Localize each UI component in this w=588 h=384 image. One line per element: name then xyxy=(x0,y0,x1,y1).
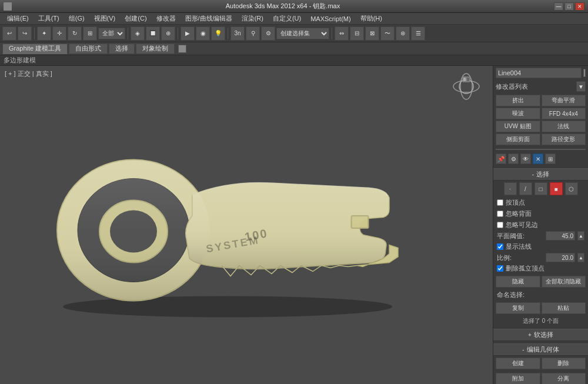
delete-isolated-checkbox[interactable] xyxy=(497,265,503,272)
show-icon-button[interactable]: 👁 xyxy=(520,153,531,164)
perspective-button[interactable]: 🔲 xyxy=(146,26,160,41)
pin-icon-button[interactable]: 📌 xyxy=(496,153,506,164)
show-normals-checkbox[interactable] xyxy=(497,243,503,250)
schematic-button[interactable]: ⊛ xyxy=(396,26,410,41)
modifier-buttons-grid: 挤出 弯曲平滑 噪波 FFD 4x4x4 UVW 贴图 法线 侧面剪面 路径变形 xyxy=(493,93,588,147)
object-color-box[interactable] xyxy=(583,69,586,77)
scale-input[interactable] xyxy=(546,253,575,262)
ignore-back-label: 忽略背面 xyxy=(506,209,532,218)
object-name-row xyxy=(493,66,588,80)
snap3-button[interactable]: ⚙ xyxy=(261,26,275,41)
move-button[interactable]: ✛ xyxy=(52,26,66,41)
noise-button[interactable]: 噪波 xyxy=(496,108,540,119)
mirror-button[interactable]: ⇔ xyxy=(335,26,349,41)
modifier-list-area: 可编辑网格 xyxy=(496,149,586,150)
by-vertex-row: 按顶点 xyxy=(493,197,588,208)
modifier-list-item-editable-mesh[interactable]: 可编辑网格 xyxy=(496,149,585,150)
extra-button[interactable]: ☰ xyxy=(411,26,425,41)
menu-item-h[interactable]: 帮助(H) xyxy=(356,13,387,25)
delete-button[interactable]: 删除 xyxy=(542,358,586,369)
graphite-tab-label[interactable]: Graphite 建模工具 xyxy=(2,44,68,54)
curve-button[interactable]: 〜 xyxy=(380,26,395,41)
uvw-button[interactable]: UVW 贴图 xyxy=(496,121,540,132)
menu-item-v[interactable]: 视图(V) xyxy=(89,13,121,25)
extrude-button[interactable]: 挤出 xyxy=(496,95,540,106)
light-button[interactable]: 💡 xyxy=(211,26,225,41)
delete-icon-button[interactable]: ✕ xyxy=(533,153,543,164)
menu-item-e[interactable]: 编辑(E) xyxy=(2,13,34,25)
maximize-button[interactable]: □ xyxy=(564,2,574,11)
by-vertex-checkbox[interactable] xyxy=(497,199,503,206)
view-button[interactable]: ◈ xyxy=(131,26,145,41)
detach-button[interactable]: 分离 xyxy=(542,373,586,384)
slice-button[interactable]: 侧面剪面 xyxy=(496,133,540,145)
up-icon-button[interactable]: ⊞ xyxy=(545,153,556,164)
title-bar-left xyxy=(4,2,12,11)
unique-icon-button[interactable]: ⚙ xyxy=(508,153,519,164)
svg-rect-5 xyxy=(467,78,469,81)
edit-geo-expand-icon: - xyxy=(522,346,524,353)
paste-button[interactable]: 粘贴 xyxy=(542,302,586,314)
named-selection-dropdown[interactable]: 创建选择集 xyxy=(276,28,329,39)
menu-item-r[interactable]: 渲染(R) xyxy=(237,13,268,25)
svg-rect-4 xyxy=(463,78,466,81)
render-button[interactable]: ▶ xyxy=(181,26,195,41)
edit-geo-section-header[interactable]: - 编辑几何体 xyxy=(493,343,588,356)
smooth-button[interactable]: 弯曲平滑 xyxy=(542,95,586,106)
menu-item-[interactable]: 修改器 xyxy=(152,13,181,25)
snap2-button[interactable]: ⚲ xyxy=(246,26,260,41)
material-button[interactable]: ◉ xyxy=(196,26,210,41)
graphite-tab-paint[interactable]: 对象绘制 xyxy=(136,44,175,54)
close-button[interactable]: ✕ xyxy=(575,2,584,11)
modifier-dropdown-button[interactable]: ▼ xyxy=(576,81,586,92)
normal-button[interactable]: 法线 xyxy=(542,121,586,132)
menu-item-u[interactable]: 自定义(U) xyxy=(268,13,306,25)
element-select-icon[interactable]: ⬡ xyxy=(565,182,578,195)
minimize-button[interactable]: — xyxy=(554,2,563,11)
scale-button[interactable]: ⊞ xyxy=(83,26,97,41)
menu-item-maxscriptm[interactable]: MAXScript(M) xyxy=(306,13,355,25)
scale-spinner[interactable]: ▲ xyxy=(577,253,584,262)
menu-item-[interactable]: 图形/曲线编辑器 xyxy=(181,13,237,25)
object-name-input[interactable] xyxy=(496,68,582,78)
viewport[interactable]: [ + ] 正交 | 真实 ] xyxy=(0,66,493,384)
graphite-tab-freeform[interactable]: 自由形式 xyxy=(69,44,108,54)
select-section-header[interactable]: - 选择 xyxy=(493,168,588,181)
ignore-back-row: 忽略背面 xyxy=(493,208,588,219)
title-bar-controls: — □ ✕ xyxy=(554,2,584,11)
redo-button[interactable]: ↪ xyxy=(18,26,32,41)
unhide-all-button[interactable]: 全部取消隐藏 xyxy=(542,276,586,288)
graphite-tab-select[interactable]: 选择 xyxy=(109,44,135,54)
toolbar-separator-2 xyxy=(128,28,128,39)
select-button[interactable]: ✦ xyxy=(37,26,51,41)
layer-button[interactable]: ⊠ xyxy=(365,26,379,41)
ffd-button[interactable]: FFD 4x4x4 xyxy=(542,108,586,119)
path-deform-button[interactable]: 路径变形 xyxy=(542,133,586,145)
menu-item-t[interactable]: 工具(T) xyxy=(34,13,64,25)
menu-bar: 编辑(E)工具(T)组(G)视图(V)创建(C)修改器图形/曲线编辑器渲染(R)… xyxy=(0,13,588,25)
undo-button[interactable]: ↩ xyxy=(2,26,16,41)
soft-select-section-header[interactable]: + 软选择 xyxy=(493,329,588,341)
menu-item-g[interactable]: 组(G) xyxy=(64,13,89,25)
rotate-button[interactable]: ↻ xyxy=(68,26,82,41)
ignore-visible-row: 忽略可见边 xyxy=(493,219,588,231)
menu-item-c[interactable]: 创建(C) xyxy=(120,13,151,25)
vertex-select-icon[interactable]: · xyxy=(504,182,517,195)
graphite-options-dot[interactable] xyxy=(178,45,186,53)
flat-threshold-spinner[interactable]: ▲ xyxy=(577,231,584,241)
hide-button[interactable]: 隐藏 xyxy=(496,276,540,288)
align-button[interactable]: ⊟ xyxy=(350,26,364,41)
zoom-button[interactable]: ⊕ xyxy=(161,26,175,41)
flat-threshold-input[interactable] xyxy=(546,231,575,241)
sub-toolbar: 多边形建模 xyxy=(0,55,588,66)
ignore-back-checkbox[interactable] xyxy=(497,211,503,217)
attach-button[interactable]: 附加 xyxy=(496,373,540,384)
border-select-icon[interactable]: □ xyxy=(534,182,547,195)
snap-button[interactable]: 3n xyxy=(230,26,245,41)
ignore-visible-checkbox[interactable] xyxy=(497,222,503,228)
create-button[interactable]: 创建 xyxy=(496,358,540,369)
select-all-dropdown[interactable]: 全部 xyxy=(98,28,125,39)
edge-select-icon[interactable]: / xyxy=(519,182,532,195)
poly-select-icon[interactable]: ■ xyxy=(550,182,563,195)
copy-button[interactable]: 复制 xyxy=(496,302,540,314)
